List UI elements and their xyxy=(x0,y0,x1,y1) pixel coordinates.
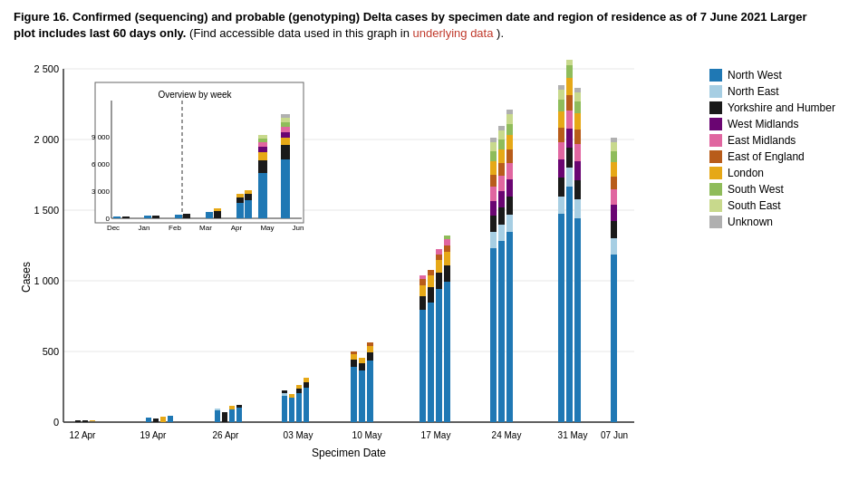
svg-rect-118 xyxy=(566,60,573,65)
svg-rect-45 xyxy=(359,358,365,363)
svg-rect-49 xyxy=(367,342,373,346)
svg-rect-60 xyxy=(436,273,442,289)
svg-text:12 Apr: 12 Apr xyxy=(70,430,97,440)
svg-rect-70 xyxy=(490,248,497,422)
legend-label: East of England xyxy=(728,150,805,163)
legend-label: Unknown xyxy=(728,216,773,228)
svg-rect-121 xyxy=(574,180,581,199)
svg-rect-176 xyxy=(245,194,252,200)
svg-rect-133 xyxy=(611,189,617,205)
svg-text:May: May xyxy=(260,224,274,232)
svg-rect-85 xyxy=(498,163,505,176)
svg-rect-165 xyxy=(144,216,151,218)
svg-rect-79 xyxy=(490,138,497,142)
svg-text:31 May: 31 May xyxy=(558,430,588,440)
svg-rect-51 xyxy=(420,296,426,310)
svg-rect-28 xyxy=(282,396,287,422)
svg-rect-52 xyxy=(420,285,426,296)
svg-text:1 000: 1 000 xyxy=(34,275,59,286)
legend-color-box xyxy=(709,85,722,98)
svg-rect-180 xyxy=(258,152,267,160)
svg-rect-56 xyxy=(428,287,434,303)
svg-rect-17 xyxy=(146,418,151,422)
chart-area: Cases 0 500 1 000 1 500 2 000 2 500 xyxy=(14,51,700,481)
bar-group-10may xyxy=(351,342,373,422)
svg-rect-187 xyxy=(281,138,290,145)
svg-rect-125 xyxy=(574,113,581,130)
svg-rect-163 xyxy=(113,216,121,218)
svg-rect-126 xyxy=(574,101,581,113)
svg-rect-24 xyxy=(229,409,235,422)
svg-rect-116 xyxy=(566,78,573,95)
svg-rect-105 xyxy=(558,128,564,142)
legend-label: West Midlands xyxy=(728,118,798,130)
svg-rect-65 xyxy=(444,265,450,282)
svg-rect-40 xyxy=(351,360,357,367)
svg-rect-63 xyxy=(436,249,442,255)
svg-text:Jan: Jan xyxy=(139,224,150,232)
svg-text:6 000: 6 000 xyxy=(92,160,111,168)
svg-rect-95 xyxy=(506,149,513,163)
svg-rect-182 xyxy=(258,142,267,147)
svg-rect-183 xyxy=(258,139,267,142)
svg-rect-77 xyxy=(490,151,497,161)
svg-text:0: 0 xyxy=(53,417,59,428)
svg-rect-66 xyxy=(444,252,450,265)
svg-rect-188 xyxy=(281,132,290,138)
svg-rect-164 xyxy=(122,216,130,218)
svg-rect-69 xyxy=(444,236,450,239)
chart-legend: North WestNorth EastYorkshire and Humber… xyxy=(709,51,854,228)
svg-rect-109 xyxy=(558,85,564,90)
svg-rect-107 xyxy=(558,100,564,111)
svg-text:2 500: 2 500 xyxy=(34,63,59,74)
legend-label: North West xyxy=(728,69,782,82)
svg-rect-18 xyxy=(153,418,159,422)
svg-rect-173 xyxy=(236,197,244,203)
legend-color-box xyxy=(709,118,722,130)
svg-rect-102 xyxy=(558,178,564,197)
underlying-data-link[interactable]: underlying data xyxy=(413,26,494,40)
svg-rect-184 xyxy=(258,135,267,139)
svg-rect-34 xyxy=(296,389,302,393)
svg-rect-99 xyxy=(506,110,513,114)
svg-rect-171 xyxy=(214,208,221,211)
svg-text:9 000: 9 000 xyxy=(92,133,111,141)
svg-text:Apr: Apr xyxy=(231,224,243,232)
svg-rect-186 xyxy=(281,145,290,159)
svg-rect-106 xyxy=(558,111,564,128)
svg-text:07 Jun: 07 Jun xyxy=(601,430,628,440)
svg-rect-31 xyxy=(289,398,294,422)
svg-rect-43 xyxy=(359,370,365,422)
svg-rect-93 xyxy=(506,179,513,197)
svg-rect-71 xyxy=(490,232,497,248)
svg-rect-26 xyxy=(236,408,242,422)
svg-rect-44 xyxy=(359,363,365,370)
y-axis-label: Cases xyxy=(20,262,33,293)
svg-text:2 000: 2 000 xyxy=(34,134,59,145)
svg-text:24 May: 24 May xyxy=(492,430,522,440)
svg-rect-177 xyxy=(245,190,252,194)
svg-rect-25 xyxy=(229,406,235,409)
svg-rect-110 xyxy=(566,187,573,422)
svg-rect-170 xyxy=(214,211,221,218)
svg-rect-22 xyxy=(215,409,220,410)
title-end: ). xyxy=(497,26,504,40)
svg-rect-166 xyxy=(152,216,159,218)
svg-rect-53 xyxy=(420,279,426,285)
main-svg: Cases 0 500 1 000 1 500 2 000 2 500 xyxy=(14,51,675,481)
svg-rect-59 xyxy=(436,289,442,422)
svg-rect-33 xyxy=(296,393,302,422)
svg-rect-89 xyxy=(498,126,505,130)
svg-rect-21 xyxy=(215,410,220,422)
legend-item: South West xyxy=(709,183,854,196)
svg-rect-78 xyxy=(490,142,497,151)
bar-group-17may xyxy=(420,236,450,422)
svg-rect-117 xyxy=(566,65,573,78)
svg-rect-172 xyxy=(236,203,244,218)
svg-rect-98 xyxy=(506,114,513,124)
svg-rect-84 xyxy=(498,176,505,191)
svg-rect-58 xyxy=(428,270,434,275)
svg-rect-192 xyxy=(281,114,290,118)
svg-rect-90 xyxy=(506,232,513,422)
svg-rect-23 xyxy=(222,412,227,422)
